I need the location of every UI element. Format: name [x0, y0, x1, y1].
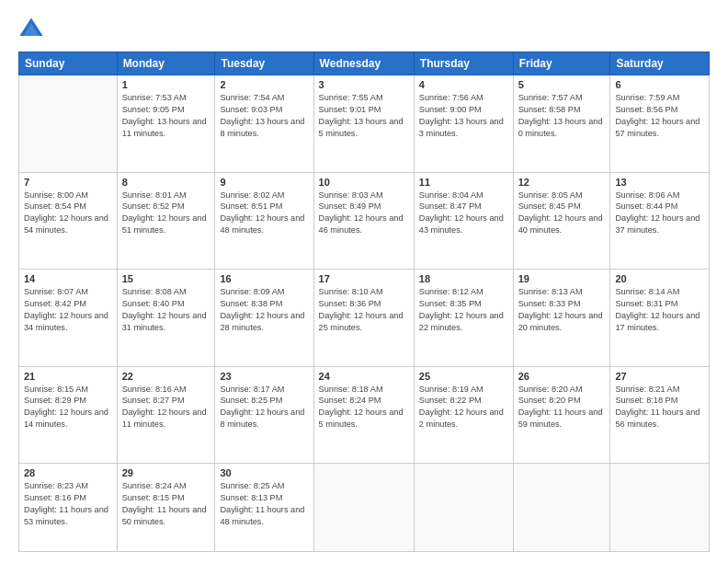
calendar-cell: 3Sunrise: 7:55 AMSunset: 9:01 PMDaylight… [313, 75, 414, 173]
calendar-cell: 27Sunrise: 8:21 AMSunset: 8:18 PMDayligh… [610, 366, 710, 464]
day-number: 28 [24, 467, 112, 478]
day-number: 29 [122, 467, 210, 478]
day-info: Sunrise: 8:23 AMSunset: 8:16 PMDaylight:… [24, 481, 108, 526]
header-row: SundayMondayTuesdayWednesdayThursdayFrid… [19, 52, 710, 75]
day-number: 6 [615, 79, 704, 90]
day-header-monday: Monday [117, 52, 215, 75]
day-info: Sunrise: 8:18 AMSunset: 8:24 PMDaylight:… [319, 385, 404, 430]
day-number: 12 [518, 177, 606, 188]
calendar-cell: 17Sunrise: 8:10 AMSunset: 8:36 PMDayligh… [313, 270, 414, 367]
calendar-cell: 20Sunrise: 8:14 AMSunset: 8:31 PMDayligh… [610, 270, 710, 367]
day-info: Sunrise: 8:14 AMSunset: 8:31 PMDaylight:… [615, 287, 700, 332]
calendar-cell: 6Sunrise: 7:59 AMSunset: 8:56 PMDaylight… [610, 75, 710, 173]
day-number: 20 [615, 273, 704, 284]
calendar-cell: 25Sunrise: 8:19 AMSunset: 8:22 PMDayligh… [414, 366, 513, 464]
day-number: 15 [122, 273, 210, 284]
day-number: 22 [122, 371, 210, 382]
day-number: 5 [518, 79, 606, 90]
calendar-cell: 2Sunrise: 7:54 AMSunset: 9:03 PMDaylight… [215, 75, 313, 173]
day-info: Sunrise: 7:53 AMSunset: 9:05 PMDaylight:… [122, 93, 207, 138]
day-number: 18 [419, 273, 508, 284]
calendar-cell: 30Sunrise: 8:25 AMSunset: 8:13 PMDayligh… [215, 464, 313, 552]
day-info: Sunrise: 7:56 AMSunset: 9:00 PMDaylight:… [419, 93, 504, 138]
day-header-sunday: Sunday [19, 52, 118, 75]
calendar-cell [610, 464, 710, 552]
day-info: Sunrise: 8:04 AMSunset: 8:47 PMDaylight:… [419, 190, 504, 236]
day-number: 30 [220, 467, 308, 478]
day-header-tuesday: Tuesday [215, 52, 313, 75]
calendar-cell: 24Sunrise: 8:18 AMSunset: 8:24 PMDayligh… [313, 366, 414, 464]
day-number: 10 [319, 177, 409, 188]
day-info: Sunrise: 8:15 AMSunset: 8:29 PMDaylight:… [24, 385, 108, 430]
calendar-cell: 26Sunrise: 8:20 AMSunset: 8:20 PMDayligh… [513, 366, 610, 464]
day-number: 21 [24, 371, 112, 382]
day-header-friday: Friday [513, 52, 610, 75]
calendar-cell: 10Sunrise: 8:03 AMSunset: 8:49 PMDayligh… [313, 172, 414, 270]
day-number: 26 [518, 371, 606, 382]
day-number: 1 [122, 79, 210, 90]
calendar-cell: 8Sunrise: 8:01 AMSunset: 8:52 PMDaylight… [117, 172, 215, 270]
week-row-3: 14Sunrise: 8:07 AMSunset: 8:42 PMDayligh… [19, 270, 710, 367]
day-info: Sunrise: 8:09 AMSunset: 8:38 PMDaylight:… [220, 287, 304, 332]
day-info: Sunrise: 8:00 AMSunset: 8:54 PMDaylight:… [24, 190, 108, 236]
day-info: Sunrise: 8:05 AMSunset: 8:45 PMDaylight:… [518, 190, 603, 236]
calendar-cell [313, 464, 414, 552]
day-info: Sunrise: 8:19 AMSunset: 8:22 PMDaylight:… [419, 385, 504, 430]
week-row-4: 21Sunrise: 8:15 AMSunset: 8:29 PMDayligh… [19, 366, 710, 464]
day-number: 19 [518, 273, 606, 284]
day-info: Sunrise: 7:55 AMSunset: 9:01 PMDaylight:… [319, 93, 404, 138]
day-info: Sunrise: 8:07 AMSunset: 8:42 PMDaylight:… [24, 287, 108, 332]
day-info: Sunrise: 8:06 AMSunset: 8:44 PMDaylight:… [615, 190, 700, 236]
day-info: Sunrise: 7:54 AMSunset: 9:03 PMDaylight:… [220, 93, 304, 138]
calendar-cell: 4Sunrise: 7:56 AMSunset: 9:00 PMDaylight… [414, 75, 513, 173]
day-number: 24 [319, 371, 409, 382]
day-number: 17 [319, 273, 409, 284]
day-header-thursday: Thursday [414, 52, 513, 75]
calendar-cell: 19Sunrise: 8:13 AMSunset: 8:33 PMDayligh… [513, 270, 610, 367]
logo [18, 17, 48, 42]
calendar-cell: 1Sunrise: 7:53 AMSunset: 9:05 PMDaylight… [117, 75, 215, 173]
page: SundayMondayTuesdayWednesdayThursdayFrid… [0, 0, 728, 563]
week-row-5: 28Sunrise: 8:23 AMSunset: 8:16 PMDayligh… [19, 464, 710, 552]
day-info: Sunrise: 8:17 AMSunset: 8:25 PMDaylight:… [220, 385, 304, 430]
day-number: 4 [419, 79, 508, 90]
week-row-2: 7Sunrise: 8:00 AMSunset: 8:54 PMDaylight… [19, 172, 710, 270]
calendar-cell: 13Sunrise: 8:06 AMSunset: 8:44 PMDayligh… [610, 172, 710, 270]
calendar-cell: 9Sunrise: 8:02 AMSunset: 8:51 PMDaylight… [215, 172, 313, 270]
day-info: Sunrise: 8:01 AMSunset: 8:52 PMDaylight:… [122, 190, 207, 236]
day-info: Sunrise: 8:10 AMSunset: 8:36 PMDaylight:… [319, 287, 404, 332]
day-info: Sunrise: 7:59 AMSunset: 8:56 PMDaylight:… [615, 93, 700, 138]
day-info: Sunrise: 8:12 AMSunset: 8:35 PMDaylight:… [419, 287, 504, 332]
day-info: Sunrise: 8:03 AMSunset: 8:49 PMDaylight:… [319, 190, 404, 236]
day-info: Sunrise: 8:16 AMSunset: 8:27 PMDaylight:… [122, 385, 207, 430]
day-number: 8 [122, 177, 210, 188]
calendar-cell [19, 75, 118, 173]
day-number: 23 [220, 371, 308, 382]
calendar-cell: 11Sunrise: 8:04 AMSunset: 8:47 PMDayligh… [414, 172, 513, 270]
calendar-cell: 29Sunrise: 8:24 AMSunset: 8:15 PMDayligh… [117, 464, 215, 552]
calendar-cell: 18Sunrise: 8:12 AMSunset: 8:35 PMDayligh… [414, 270, 513, 367]
day-header-saturday: Saturday [610, 52, 710, 75]
calendar-cell: 12Sunrise: 8:05 AMSunset: 8:45 PMDayligh… [513, 172, 610, 270]
day-number: 16 [220, 273, 308, 284]
calendar-cell: 28Sunrise: 8:23 AMSunset: 8:16 PMDayligh… [19, 464, 118, 552]
header [18, 17, 710, 42]
calendar-cell: 23Sunrise: 8:17 AMSunset: 8:25 PMDayligh… [215, 366, 313, 464]
day-info: Sunrise: 8:08 AMSunset: 8:40 PMDaylight:… [122, 287, 207, 332]
day-number: 27 [615, 371, 704, 382]
calendar-cell: 22Sunrise: 8:16 AMSunset: 8:27 PMDayligh… [117, 366, 215, 464]
day-number: 2 [220, 79, 308, 90]
calendar-cell: 21Sunrise: 8:15 AMSunset: 8:29 PMDayligh… [19, 366, 118, 464]
day-info: Sunrise: 8:20 AMSunset: 8:20 PMDaylight:… [518, 385, 603, 430]
calendar-table: SundayMondayTuesdayWednesdayThursdayFrid… [18, 52, 710, 552]
day-header-wednesday: Wednesday [313, 52, 414, 75]
calendar-cell: 5Sunrise: 7:57 AMSunset: 8:58 PMDaylight… [513, 75, 610, 173]
day-number: 13 [615, 177, 704, 188]
logo-icon [18, 17, 44, 42]
day-info: Sunrise: 8:25 AMSunset: 8:13 PMDaylight:… [220, 481, 304, 526]
day-number: 9 [220, 177, 308, 188]
week-row-1: 1Sunrise: 7:53 AMSunset: 9:05 PMDaylight… [19, 75, 710, 173]
calendar-cell [414, 464, 513, 552]
day-number: 3 [319, 79, 409, 90]
day-info: Sunrise: 8:02 AMSunset: 8:51 PMDaylight:… [220, 190, 304, 236]
